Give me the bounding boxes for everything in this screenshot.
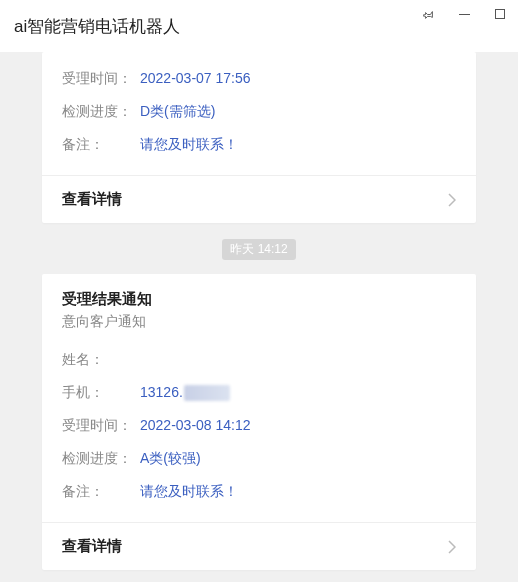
detail-row: 检测进度： A类(较强) [62, 442, 456, 475]
maximize-icon [495, 9, 505, 19]
row-value: 请您及时联系！ [140, 481, 238, 502]
view-details-label: 查看详情 [62, 190, 122, 209]
card-title: 受理结果通知 [62, 284, 456, 313]
row-value: 请您及时联系！ [140, 134, 238, 155]
minimize-button[interactable] [446, 0, 482, 28]
content-area: 受理时间： 2022-03-07 17:56 检测进度： D类(需筛选) 备注：… [0, 52, 518, 582]
window-controls [410, 0, 518, 28]
row-label: 姓名： [62, 349, 140, 370]
notification-card: 受理结果通知 意向客户通知 姓名： 手机： 13126. 受理时间： 2022-… [42, 274, 476, 570]
minimize-icon [459, 9, 470, 20]
row-label: 备注： [62, 134, 140, 155]
timestamp-label: 昨天 14:12 [222, 239, 295, 260]
row-value: D类(需筛选) [140, 101, 215, 122]
row-label: 手机： [62, 382, 140, 403]
card-body: 受理时间： 2022-03-07 17:56 检测进度： D类(需筛选) 备注：… [42, 52, 476, 175]
chevron-right-icon [448, 540, 456, 554]
detail-row: 检测进度： D类(需筛选) [62, 95, 456, 128]
notification-card: 受理时间： 2022-03-07 17:56 检测进度： D类(需筛选) 备注：… [42, 52, 476, 223]
detail-row: 受理时间： 2022-03-07 17:56 [62, 62, 456, 95]
maximize-button[interactable] [482, 0, 518, 28]
row-label: 受理时间： [62, 415, 140, 436]
row-value-phone: 13126. [140, 382, 230, 403]
detail-row: 备注： 请您及时联系！ [62, 475, 456, 508]
pin-button[interactable] [410, 0, 446, 28]
svg-rect-1 [496, 10, 505, 19]
row-value: 2022-03-08 14:12 [140, 415, 251, 436]
window-title: ai智能营销电话机器人 [14, 15, 180, 38]
view-details-label: 查看详情 [62, 537, 122, 556]
row-value: 2022-03-07 17:56 [140, 68, 251, 89]
window-titlebar: ai智能营销电话机器人 [0, 0, 518, 52]
detail-row: 姓名： [62, 343, 456, 376]
row-label: 检测进度： [62, 101, 140, 122]
row-label: 受理时间： [62, 68, 140, 89]
card-body: 受理结果通知 意向客户通知 姓名： 手机： 13126. 受理时间： 2022-… [42, 274, 476, 522]
timestamp-separator: 昨天 14:12 [42, 239, 476, 260]
detail-row: 备注： 请您及时联系！ [62, 128, 456, 161]
card-subtitle: 意向客户通知 [62, 313, 456, 343]
pin-icon [423, 9, 434, 20]
detail-row: 受理时间： 2022-03-08 14:12 [62, 409, 456, 442]
view-details-button[interactable]: 查看详情 [42, 522, 476, 570]
view-details-button[interactable]: 查看详情 [42, 175, 476, 223]
detail-row: 手机： 13126. [62, 376, 456, 409]
phone-masked [184, 385, 230, 401]
row-label: 检测进度： [62, 448, 140, 469]
phone-prefix: 13126. [140, 382, 183, 403]
row-label: 备注： [62, 481, 140, 502]
row-value: A类(较强) [140, 448, 201, 469]
chevron-right-icon [448, 193, 456, 207]
